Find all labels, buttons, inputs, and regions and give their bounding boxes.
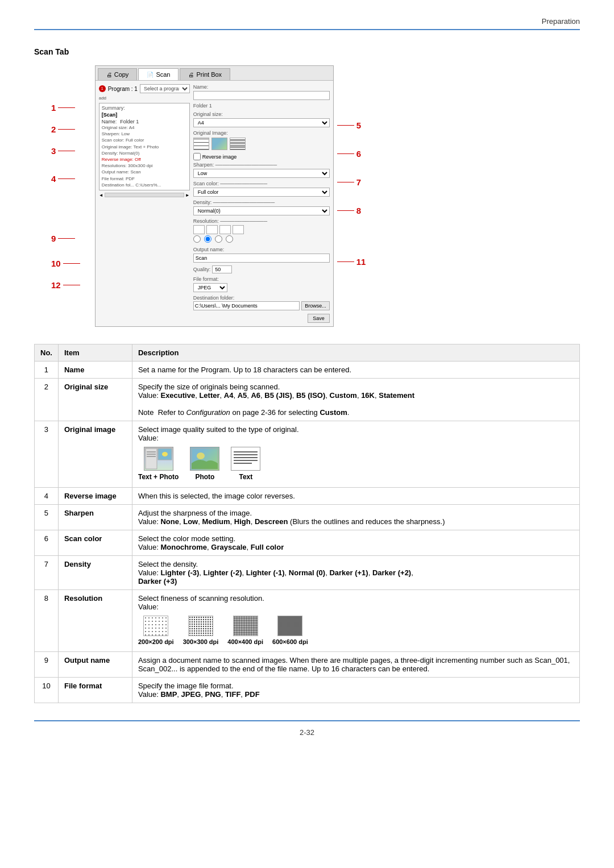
original-image-row: Original Image: bbox=[193, 130, 330, 150]
label-text-photo: Text + Photo bbox=[138, 473, 179, 481]
page-container: Preparation Scan Tab 1 2 3 4 9 bbox=[0, 0, 614, 771]
img-icon-text[interactable] bbox=[230, 138, 246, 150]
save-row: Save bbox=[193, 313, 330, 323]
density-select[interactable]: Normal(0) bbox=[193, 206, 330, 215]
svg-rect-18 bbox=[234, 616, 258, 636]
callout-7: 7 bbox=[337, 168, 366, 196]
res-icon-item-300: 300×300 dpi bbox=[183, 616, 219, 645]
icon-photo-img bbox=[190, 447, 219, 471]
svg-rect-14 bbox=[144, 616, 168, 636]
mock-body: 1 Program : 1 Select a program to config… bbox=[96, 81, 333, 326]
row-7-desc: Select the density. Value: Lighter (-3),… bbox=[132, 556, 579, 590]
res-radio-2[interactable] bbox=[204, 235, 211, 243]
row-8-item: Resolution bbox=[58, 590, 132, 652]
res-icon-200[interactable] bbox=[193, 225, 205, 234]
resolution-value-icons: 200×200 dpi 300×300 bbox=[138, 616, 574, 645]
res-icon-400[interactable] bbox=[219, 225, 231, 234]
callout-12: 12 bbox=[51, 274, 80, 296]
save-button[interactable]: Save bbox=[308, 314, 330, 323]
res-label-300: 300×300 dpi bbox=[183, 638, 219, 645]
res-svg-400 bbox=[233, 616, 258, 636]
resolution-icons bbox=[193, 225, 330, 234]
browse-button[interactable]: Browse... bbox=[301, 301, 330, 310]
row-7-no: 7 bbox=[35, 556, 59, 590]
tab-copy[interactable]: 🖨 Copy bbox=[98, 68, 138, 80]
table-row: 5 Sharpen Adjust the sharpness of the im… bbox=[35, 505, 580, 530]
tab-printbox[interactable]: 🖨 Print Box bbox=[180, 68, 230, 80]
program-label: Program : 1 bbox=[108, 86, 138, 92]
summary-box: Summary: [Scan] Name: Folder 1 Original … bbox=[99, 103, 190, 190]
table-row: 10 File format Specify the image file fo… bbox=[35, 678, 580, 703]
tab-printbox-label: Print Box bbox=[196, 71, 222, 78]
reverse-image-checkbox[interactable] bbox=[193, 153, 201, 160]
res-svg-600 bbox=[277, 616, 302, 636]
res-icon-600[interactable] bbox=[233, 225, 244, 234]
row-9-desc: Assign a document name to scanned images… bbox=[132, 652, 579, 678]
row-7-item: Density bbox=[58, 556, 132, 590]
quality-input[interactable] bbox=[212, 265, 232, 273]
callout-4: 4 bbox=[51, 161, 80, 196]
row-5-desc: Adjust the sharpness of the image. Value… bbox=[132, 505, 579, 530]
density-row: Density: ───────────────── Normal(0) bbox=[193, 200, 330, 215]
mock-ui-panel: 🖨 Copy 📄 Scan 🖨 Print Box 1 bbox=[95, 65, 334, 327]
quality-row: Quality: bbox=[193, 265, 330, 273]
callout-2: 2 bbox=[51, 118, 80, 140]
tab-scan[interactable]: 📄 Scan bbox=[138, 68, 179, 80]
row-10-no: 10 bbox=[35, 678, 59, 703]
output-name-input[interactable] bbox=[193, 254, 330, 263]
img-icon-text-photo[interactable] bbox=[193, 138, 209, 150]
row-2-desc: Specify the size of originals being scan… bbox=[132, 379, 579, 421]
left-callout-numbers: 1 2 3 4 9 10 1 bbox=[51, 97, 80, 296]
table-row: 9 Output name Assign a document name to … bbox=[35, 652, 580, 678]
table-row: 6 Scan color Select the color mode setti… bbox=[35, 530, 580, 556]
row-2-item: Original size bbox=[58, 379, 132, 421]
col-header-item: Item bbox=[58, 344, 132, 362]
row-9-item: Output name bbox=[58, 652, 132, 678]
program-row: 1 Program : 1 Select a program to config… bbox=[99, 84, 190, 93]
mock-right-panel: Name: Folder 1 Original size: A4 bbox=[193, 84, 330, 323]
mock-tabs-bar: 🖨 Copy 📄 Scan 🖨 Print Box bbox=[96, 66, 333, 81]
section-title: Scan Tab bbox=[34, 47, 580, 56]
callout-6: 6 bbox=[337, 139, 366, 168]
tab-scan-label: Scan bbox=[156, 71, 170, 78]
resolution-row: Resolution: ───────────── bbox=[193, 218, 330, 244]
row-1-item: Name bbox=[58, 362, 132, 379]
name-field-row: Name: bbox=[193, 84, 330, 100]
table-row: 4 Reverse image When this is selected, t… bbox=[35, 488, 580, 505]
res-radio-1[interactable] bbox=[193, 235, 201, 243]
res-svg-200 bbox=[143, 616, 168, 636]
header-title: Preparation bbox=[542, 17, 580, 26]
res-icon-300[interactable] bbox=[206, 225, 218, 234]
table-row: 8 Resolution Select fineness of scanning… bbox=[35, 590, 580, 652]
table-row: 7 Density Select the density. Value: Lig… bbox=[35, 556, 580, 590]
add-label: add bbox=[99, 95, 190, 101]
browse-row: C:\Users\... \My Documents Browse... bbox=[193, 301, 330, 310]
sharpen-select[interactable]: Low bbox=[193, 169, 330, 178]
table-row: 2 Original size Specify the size of orig… bbox=[35, 379, 580, 421]
callout-10: 10 bbox=[51, 252, 80, 274]
row-1-no: 1 bbox=[35, 362, 59, 379]
summary-title: Summary: bbox=[102, 105, 187, 111]
file-format-select[interactable]: JPEG bbox=[193, 283, 227, 292]
res-radio-4[interactable] bbox=[226, 235, 233, 243]
scrollbar[interactable] bbox=[105, 193, 184, 197]
res-radio-3[interactable] bbox=[215, 235, 222, 243]
row-5-item: Sharpen bbox=[58, 505, 132, 530]
folder-field-row: Folder 1 bbox=[193, 103, 330, 109]
program-select[interactable]: Select a program to configure bbox=[140, 84, 190, 93]
page-number: 2-32 bbox=[34, 728, 580, 737]
callout-11: 11 bbox=[337, 247, 366, 276]
summary-name-row: Name: Folder 1 bbox=[102, 119, 187, 124]
img-icon-photo[interactable] bbox=[211, 138, 227, 150]
icon-text-img bbox=[231, 447, 260, 471]
scrollbar-area: ◄ ► bbox=[99, 193, 190, 198]
row-4-no: 4 bbox=[35, 488, 59, 505]
scan-color-select[interactable]: Full color bbox=[193, 188, 330, 197]
svg-rect-0 bbox=[146, 448, 157, 469]
reverse-image-row: Reverse image bbox=[193, 153, 330, 160]
original-size-select[interactable]: A4 bbox=[193, 118, 330, 127]
icon-photo-svg bbox=[190, 447, 219, 470]
row-4-item: Reverse image bbox=[58, 488, 132, 505]
res-label-200: 200×200 dpi bbox=[138, 638, 174, 645]
name-input[interactable] bbox=[193, 91, 330, 100]
